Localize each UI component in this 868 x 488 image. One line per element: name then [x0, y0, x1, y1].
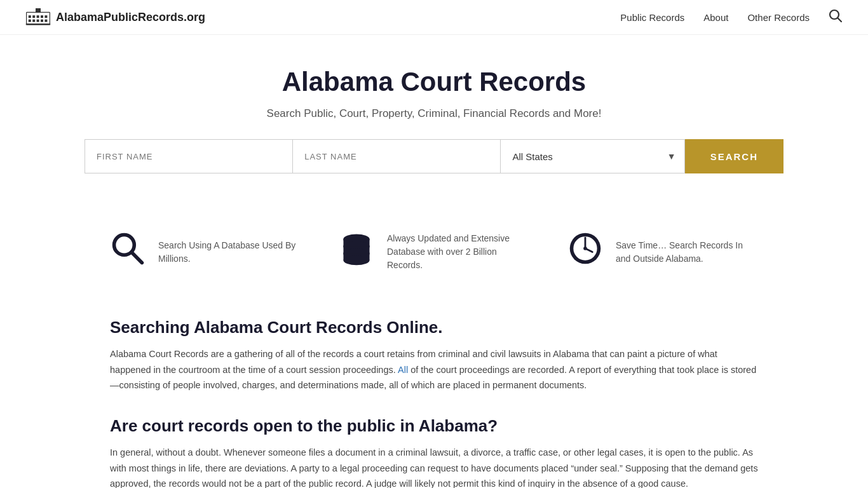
svg-line-16 [132, 253, 142, 263]
navbar: AlabamaPublicRecords.org Public Records … [0, 0, 868, 35]
logo-text: AlabamaPublicRecords.org [56, 11, 205, 24]
main-content: Searching Alabama Court Records Online. … [85, 318, 783, 488]
state-select-wrapper: All StatesAlabamaAlaskaArizonaArkansasCa… [500, 139, 684, 173]
hero-subtitle: Search Public, Court, Property, Criminal… [25, 107, 843, 120]
svg-rect-10 [44, 20, 47, 22]
last-name-input[interactable] [292, 139, 500, 173]
logo-link[interactable]: AlabamaPublicRecords.org [25, 8, 205, 27]
nav-search-icon[interactable] [829, 9, 843, 26]
state-select[interactable]: All StatesAlabamaAlaskaArizonaArkansasCa… [500, 139, 684, 173]
page-title: Alabama Court Records [25, 67, 843, 97]
svg-rect-7 [32, 20, 35, 22]
first-name-input[interactable] [85, 139, 292, 173]
features-section: Search Using A Database Used By Millions… [85, 218, 783, 286]
svg-rect-4 [41, 15, 43, 18]
search-bar: All StatesAlabamaAlaskaArizonaArkansasCa… [85, 139, 783, 173]
section-searching: Searching Alabama Court Records Online. … [110, 318, 758, 393]
svg-rect-1 [29, 15, 31, 18]
logo-building-icon [25, 8, 51, 27]
feature-clock-text: Save Time… Search Records In and Outside… [616, 239, 758, 266]
section-open-records-heading: Are court records open to the public in … [110, 416, 758, 436]
feature-database: Always Updated and Extensive Database wi… [339, 231, 529, 273]
nav-public-records[interactable]: Public Records [620, 12, 684, 23]
search-feature-icon [110, 231, 146, 273]
svg-rect-2 [32, 15, 35, 18]
svg-rect-11 [36, 8, 41, 12]
svg-rect-5 [44, 15, 47, 18]
feature-database-text: Always Updated and Extensive Database wi… [387, 232, 529, 272]
section-searching-text: Alabama Court Records are a gathering of… [110, 346, 758, 393]
search-button[interactable]: SEARCH [685, 139, 783, 173]
feature-search-text: Search Using A Database Used By Millions… [158, 239, 301, 266]
database-feature-icon [339, 231, 374, 273]
svg-line-14 [838, 18, 842, 22]
clock-feature-icon [567, 231, 603, 273]
hero-section: Alabama Court Records Search Public, Cou… [0, 35, 868, 218]
highlight-all: All [398, 365, 408, 375]
svg-rect-0 [27, 12, 50, 24]
svg-rect-3 [37, 15, 39, 18]
svg-point-23 [343, 255, 369, 265]
section-open-records: Are court records open to the public in … [110, 416, 758, 488]
feature-clock: Save Time… Search Records In and Outside… [567, 231, 758, 273]
feature-search: Search Using A Database Used By Millions… [110, 231, 301, 273]
navbar-links: Public Records About Other Records [620, 9, 843, 26]
svg-point-29 [583, 247, 587, 250]
svg-rect-12 [26, 24, 50, 25]
section-searching-heading: Searching Alabama Court Records Online. [110, 318, 758, 337]
nav-other-records[interactable]: Other Records [747, 12, 810, 23]
section-open-records-text: In general, without a doubt. Whenever so… [110, 445, 758, 488]
nav-about[interactable]: About [703, 12, 728, 23]
svg-rect-9 [41, 20, 43, 22]
svg-rect-8 [37, 20, 39, 22]
svg-rect-6 [29, 20, 31, 22]
